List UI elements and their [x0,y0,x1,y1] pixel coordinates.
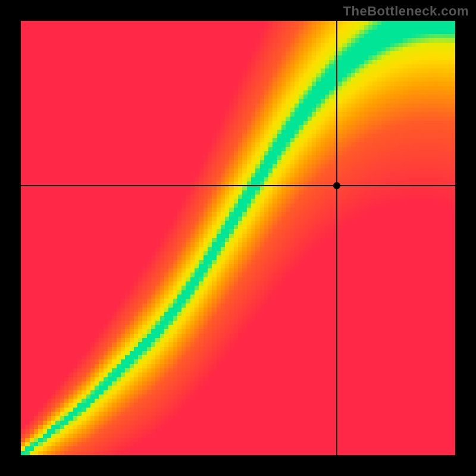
heatmap-plot [21,21,455,455]
chart-frame: TheBottleneck.com [0,0,476,476]
crosshair-vertical [336,21,337,455]
crosshair-horizontal [21,185,455,186]
watermark-text: TheBottleneck.com [343,4,469,19]
heatmap-canvas [21,21,455,455]
marker-dot [333,182,340,189]
